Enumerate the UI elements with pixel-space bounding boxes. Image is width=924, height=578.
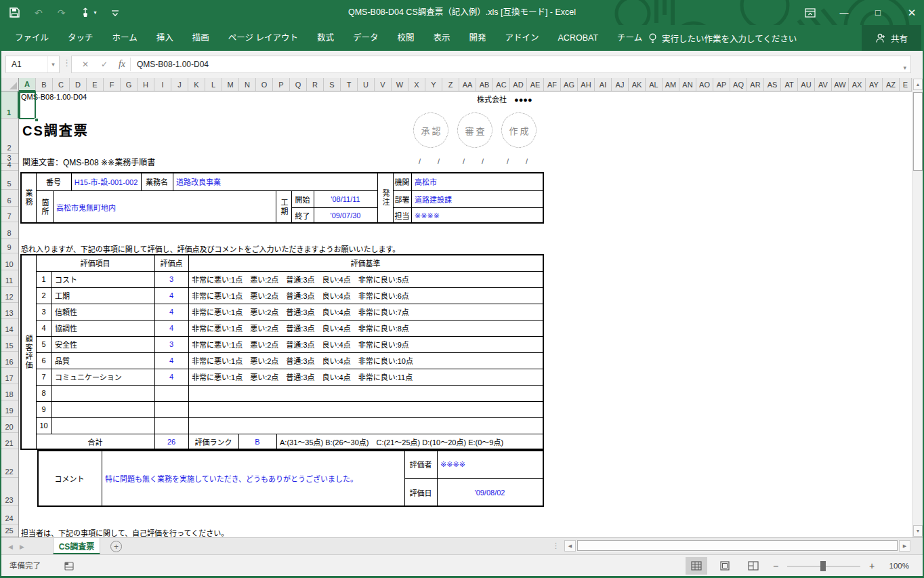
row-header-12[interactable]: 12 [0, 287, 18, 303]
column-header-Y[interactable]: Y [425, 78, 442, 91]
column-header-AK[interactable]: AK [629, 78, 646, 91]
biz-place-value[interactable]: 高松市鬼無町地内 [53, 190, 276, 224]
cancel-icon[interactable]: ✕ [76, 56, 95, 73]
share-button[interactable]: 共有 [862, 25, 921, 51]
zoom-in-icon[interactable]: + [867, 560, 877, 571]
column-header-D[interactable]: D [70, 78, 87, 91]
next-sheet-icon[interactable]: ▶ [20, 543, 24, 550]
biz-person-value[interactable]: ※※※※ [411, 207, 544, 224]
biz-start-value[interactable]: '08/11/11 [314, 190, 377, 207]
column-header-L[interactable]: L [205, 78, 222, 91]
formula-bar-value[interactable]: QMS-B08-1.00-D04 [137, 56, 209, 73]
horizontal-scroll-thumb[interactable] [577, 540, 898, 551]
column-header-AE[interactable]: AE [527, 78, 544, 91]
column-header-Q[interactable]: Q [290, 78, 307, 91]
close-button[interactable]: ✕ [905, 6, 919, 20]
row-header-14[interactable]: 14 [0, 320, 18, 335]
insert-function-icon[interactable]: fx [112, 56, 131, 73]
eval-row-score[interactable] [154, 385, 188, 401]
column-header-B[interactable]: B [36, 78, 53, 91]
eval-row-item[interactable] [51, 417, 154, 434]
eval-date-value[interactable]: '09/08/02 [437, 478, 543, 507]
row-header-10[interactable]: 10 [0, 254, 18, 270]
zoom-slider-thumb[interactable] [820, 561, 826, 571]
eval-row-score[interactable]: 4 [154, 287, 188, 304]
vertical-scrollbar[interactable]: ▲ ▼ [912, 78, 923, 537]
eval-row-item[interactable]: コミュニケーション [51, 369, 154, 385]
minimize-button[interactable]: — [837, 6, 851, 20]
column-header-AG[interactable]: AG [561, 78, 578, 91]
ribbon-tab-4[interactable]: 描画 [183, 25, 219, 51]
ribbon-tab-5[interactable]: ページ レイアウト [219, 25, 308, 51]
column-header-V[interactable]: V [375, 78, 392, 91]
formula-bar-handle[interactable]: ⋮ [62, 58, 71, 68]
column-header-K[interactable]: K [188, 78, 205, 91]
column-header-AO[interactable]: AO [696, 78, 713, 91]
ribbon-tab-7[interactable]: データ [343, 25, 388, 51]
page-break-preview-icon[interactable] [742, 557, 764, 575]
eval-row-item[interactable] [51, 401, 154, 417]
ribbon-display-options-icon[interactable] [803, 6, 817, 20]
row-header-22[interactable]: 22 [0, 450, 18, 478]
column-header-AD[interactable]: AD [510, 78, 527, 91]
row-header-21[interactable]: 21 [0, 434, 18, 449]
eval-row-item[interactable]: 品質 [51, 352, 154, 369]
column-header-AL[interactable]: AL [646, 78, 663, 91]
column-header-S[interactable]: S [324, 78, 341, 91]
ribbon-tab-11[interactable]: アドイン [496, 25, 549, 51]
row-header-8[interactable]: 8 [0, 223, 18, 239]
row-header-13[interactable]: 13 [0, 304, 18, 319]
select-all-corner[interactable] [0, 78, 19, 91]
ribbon-tab-3[interactable]: 挿入 [147, 25, 183, 51]
row-header-19[interactable]: 19 [0, 401, 18, 417]
row-header-4[interactable]: 4 [0, 165, 18, 171]
undo-icon[interactable]: ↶ [35, 7, 43, 18]
tell-me-box[interactable]: 実行したい作業を入力してください [648, 25, 797, 51]
customize-qat-icon[interactable] [111, 9, 119, 17]
column-header-AX[interactable]: AX [849, 78, 866, 91]
column-header-AW[interactable]: AW [832, 78, 849, 91]
column-header-AN[interactable]: AN [679, 78, 696, 91]
fill-handle[interactable] [35, 118, 39, 122]
row-header-23[interactable]: 23 [0, 478, 18, 506]
eval-row-item[interactable]: 工期 [51, 287, 154, 304]
column-header-AH[interactable]: AH [578, 78, 595, 91]
vertical-scroll-thumb[interactable] [913, 92, 923, 171]
column-header-AZ[interactable]: AZ [883, 78, 900, 91]
new-sheet-icon[interactable]: + [110, 541, 122, 552]
column-header-W[interactable]: W [392, 78, 408, 91]
column-header-G[interactable]: G [121, 78, 138, 91]
eval-row-item[interactable] [51, 385, 154, 401]
column-header-AQ[interactable]: AQ [730, 78, 747, 91]
column-header-M[interactable]: M [222, 78, 239, 91]
comment-text[interactable]: 特に問題も無く業務を実施していただき、どうもありがとうございました。 [102, 450, 404, 507]
sheet-canvas[interactable]: QMS-B08-1.00-D04株式会社 ●●●●CS調査票関連文書：QMS-B… [19, 91, 912, 537]
column-header-AI[interactable]: AI [595, 78, 612, 91]
column-header-AT[interactable]: AT [781, 78, 798, 91]
column-header-AF[interactable]: AF [544, 78, 561, 91]
ribbon-tab-8[interactable]: 校閲 [387, 25, 423, 51]
ribbon-tab-9[interactable]: 表示 [423, 25, 459, 51]
column-header-R[interactable]: R [307, 78, 324, 91]
formula-bar[interactable]: ✕ ✓ fx QMS-B08-1.00-D04 ▾ [71, 56, 911, 73]
normal-view-icon[interactable] [686, 557, 707, 575]
row-header-24[interactable]: 24 [0, 507, 18, 524]
column-header-U[interactable]: U [358, 78, 375, 91]
tab-splitter-handle[interactable]: ⋮ [552, 541, 560, 550]
eval-row-score[interactable]: 4 [154, 320, 188, 336]
eval-row-score[interactable]: 4 [154, 352, 188, 369]
column-header-I[interactable]: I [154, 78, 171, 91]
column-header-A[interactable]: A [19, 78, 36, 91]
column-header-AC[interactable]: AC [493, 78, 510, 91]
column-header-AM[interactable]: AM [663, 78, 679, 91]
sheet-tab-cs-chousahyou[interactable]: CS調査票 [53, 538, 100, 555]
biz-dept-value[interactable]: 道路建設課 [411, 190, 544, 207]
eval-row-item[interactable]: 信頼性 [51, 304, 154, 320]
column-header-AU[interactable]: AU [798, 78, 815, 91]
eval-rank-value[interactable]: B [238, 434, 276, 450]
ribbon-tab-0[interactable]: ファイル [5, 25, 58, 51]
column-header-AV[interactable]: AV [815, 78, 832, 91]
ribbon-tab-12[interactable]: ACROBAT [549, 25, 608, 51]
scroll-down-icon[interactable]: ▼ [913, 525, 923, 537]
eval-total-value[interactable]: 26 [154, 434, 188, 450]
